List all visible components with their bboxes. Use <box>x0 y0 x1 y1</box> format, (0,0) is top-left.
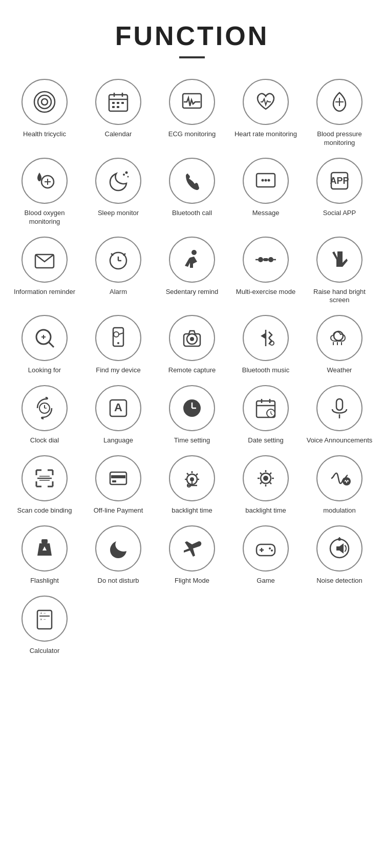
feature-item-game: Game <box>231 525 300 585</box>
feature-item-blood-pressure: Blood pressure monitoring <box>305 79 374 147</box>
feature-label-language: Language <box>103 436 133 445</box>
feature-item-time-setting: Time setting <box>158 385 226 445</box>
feature-item-backlight-time2: backlight time <box>231 455 300 515</box>
feature-item-social-app: APPSocial APP <box>305 158 374 226</box>
feature-label-message: Message <box>252 209 280 218</box>
icon-circle-bluetooth-music <box>243 315 289 361</box>
feature-item-multi-exercise: Multi-exercise mode <box>231 237 300 305</box>
feature-label-noise-detection: Noise detection <box>316 577 362 585</box>
svg-point-1 <box>38 95 51 109</box>
feature-label-alarm: Alarm <box>110 288 127 297</box>
icon-circle-calendar <box>95 79 141 125</box>
feature-label-calendar: Calendar <box>105 130 132 139</box>
icon-circle-sedentary <box>169 237 215 283</box>
svg-point-45 <box>114 332 119 337</box>
feature-label-bluetooth-call: Bluetooth call <box>172 209 212 218</box>
feature-label-backlight-time2: backlight time <box>245 506 286 515</box>
icon-circle-social-app: APP <box>316 158 362 204</box>
svg-point-44 <box>117 342 119 344</box>
svg-point-2 <box>41 99 48 105</box>
svg-rect-8 <box>117 102 119 104</box>
feature-item-weather: Weather <box>305 315 374 375</box>
feature-item-bluetooth-music: Bluetooth music <box>231 315 300 375</box>
feature-label-blood-oxygen: Blood oxygen monitoring <box>10 209 79 226</box>
feature-label-sleep-monitor: Sleep monitor <box>98 209 139 218</box>
svg-point-35 <box>268 257 273 262</box>
feature-item-message: Message <box>231 158 300 226</box>
svg-point-101 <box>271 549 273 552</box>
feature-label-heart-rate: Heart rate monitoring <box>234 130 297 139</box>
feature-item-noise-detection: Noise detection <box>305 525 374 585</box>
svg-point-23 <box>265 179 267 181</box>
icon-circle-calculator: + −× − <box>22 596 68 642</box>
feature-item-sedentary: Sedentary remind <box>158 237 226 305</box>
icon-circle-health-tricyclic <box>22 79 68 125</box>
icon-circle-flashlight <box>22 525 68 571</box>
icon-circle-heart-rate <box>243 79 289 125</box>
feature-label-remote-capture: Remote capture <box>168 366 216 375</box>
feature-label-voice-announcements: Voice Announcements <box>307 436 373 445</box>
svg-line-92 <box>260 473 262 474</box>
icon-circle-language: A <box>95 385 141 431</box>
svg-rect-67 <box>336 399 343 410</box>
feature-label-health-tricyclic: Health tricyclic <box>23 130 66 139</box>
svg-rect-95 <box>41 539 48 543</box>
svg-text:×  −: × − <box>40 617 46 622</box>
svg-point-94 <box>343 477 351 485</box>
feature-item-backlight-time1: backlight time <box>158 455 226 515</box>
feature-item-info-reminder: Information reminder <box>10 237 79 305</box>
svg-text:APP: APP <box>330 176 349 186</box>
icon-circle-offline-payment <box>95 455 141 501</box>
svg-rect-11 <box>117 106 119 108</box>
icon-circle-raise-hand <box>316 237 362 283</box>
feature-label-do-not-disturb: Do not disturb <box>98 577 139 585</box>
svg-point-100 <box>269 547 271 549</box>
icon-circle-remote-capture <box>169 315 215 361</box>
icon-circle-message <box>243 158 289 204</box>
feature-label-calculator: Calculator <box>30 647 60 655</box>
feature-label-bluetooth-music: Bluetooth music <box>242 366 290 375</box>
svg-line-77 <box>196 474 198 475</box>
icon-circle-backlight-time2 <box>243 455 289 501</box>
icon-circle-noise-detection <box>316 525 362 571</box>
feature-label-social-app: Social APP <box>323 209 356 218</box>
svg-line-86 <box>270 473 271 474</box>
feature-label-raise-hand: Raise hand bright screen <box>305 288 374 305</box>
svg-point-93 <box>263 476 268 481</box>
feature-item-heart-rate: Heart rate monitoring <box>231 79 300 147</box>
feature-label-offline-payment: Off-line Payment <box>94 506 143 515</box>
feature-item-offline-payment: Off-line Payment <box>84 455 153 515</box>
feature-item-sleep-monitor: Sleep monitor <box>84 158 153 226</box>
feature-label-ecg-monitoring: ECG monitoring <box>168 130 216 139</box>
feature-label-backlight-time1: backlight time <box>172 506 212 515</box>
icon-circle-bluetooth-call <box>169 158 215 204</box>
feature-label-scan-code: Scan code binding <box>17 506 72 515</box>
icon-circle-multi-exercise <box>243 237 289 283</box>
svg-point-20 <box>127 176 129 177</box>
feature-item-health-tricyclic: Health tricyclic <box>10 79 79 147</box>
svg-line-79 <box>187 473 188 475</box>
feature-label-find-device: Find my device <box>96 366 140 375</box>
feature-label-looking-for: Looking for <box>28 366 61 375</box>
feature-item-voice-announcements: Voice Announcements <box>305 385 374 445</box>
icon-circle-clock-dial <box>22 385 68 431</box>
feature-item-alarm: Alarm <box>84 237 153 305</box>
svg-rect-9 <box>121 102 124 104</box>
page-title: FUNCTION <box>10 20 374 51</box>
svg-line-90 <box>260 482 262 484</box>
feature-label-flashlight: Flashlight <box>30 577 59 585</box>
feature-label-flight-mode: Flight Mode <box>175 577 209 585</box>
feature-label-clock-dial: Clock dial <box>30 436 59 445</box>
icon-circle-modulation <box>316 455 362 501</box>
svg-point-33 <box>191 250 197 255</box>
feature-item-raise-hand: Raise hand bright screen <box>305 237 374 305</box>
feature-item-looking-for: Looking for <box>10 315 79 375</box>
icon-circle-voice-announcements <box>316 385 362 431</box>
svg-line-46 <box>119 333 123 334</box>
feature-label-info-reminder: Information reminder <box>14 288 75 297</box>
feature-label-blood-pressure: Blood pressure monitoring <box>305 130 374 147</box>
icon-circle-do-not-disturb <box>95 525 141 571</box>
svg-point-49 <box>190 337 194 341</box>
feature-item-bluetooth-call: Bluetooth call <box>158 158 226 226</box>
feature-item-ecg-monitoring: ECG monitoring <box>158 79 226 147</box>
